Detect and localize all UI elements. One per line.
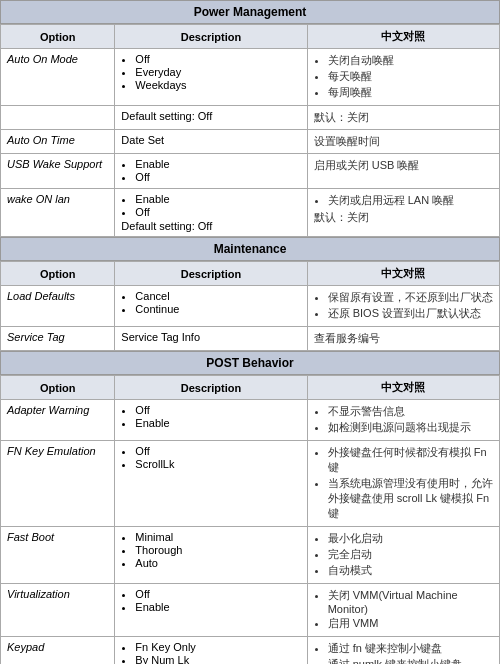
col-header-1-2: 中文对照 <box>307 262 499 286</box>
col-header-2-2: 中文对照 <box>307 376 499 400</box>
description-cell: CancelContinue <box>115 286 307 327</box>
chinese-cell: 关闭自动唤醒每天唤醒每周唤醒 <box>307 49 499 106</box>
list-item: Enable <box>135 158 300 170</box>
chinese-cell: 不显示警告信息如检测到电源问题将出现提示 <box>307 400 499 441</box>
chinese-cell: 关闭 VMM(Virtual Machine Monitor)启用 VMM <box>307 584 499 637</box>
list-item: Thorough <box>135 544 300 556</box>
option-cell: Service Tag <box>1 327 115 351</box>
list-item: 完全启动 <box>328 547 493 562</box>
col-header-1-1: Description <box>115 262 307 286</box>
description-cell: OffEnable <box>115 584 307 637</box>
description-cell: OffEverydayWeekdays <box>115 49 307 106</box>
list-item: Off <box>135 445 300 457</box>
section-header-2: POST Behavior <box>0 351 500 375</box>
list-item: 自动模式 <box>328 563 493 578</box>
table-row: KeypadFn Key OnlyBy Num Lk通过 fn 键来控制小键盘通… <box>1 637 500 665</box>
list-item: 通过 fn 键来控制小键盘 <box>328 641 493 656</box>
list-item: 保留原有设置，不还原到出厂状态 <box>328 290 493 305</box>
table-2: OptionDescription中文对照Adapter WarningOffE… <box>0 375 500 664</box>
list-item: Cancel <box>135 290 300 302</box>
list-item: Enable <box>135 417 300 429</box>
description-cell: MinimalThoroughAuto <box>115 527 307 584</box>
chinese-cell: 保留原有设置，不还原到出厂状态还原 BIOS 设置到出厂默认状态 <box>307 286 499 327</box>
chinese-cell: 查看服务编号 <box>307 327 499 351</box>
col-header-2-1: Description <box>115 376 307 400</box>
list-item: 外接键盘任何时候都没有模拟 Fn 键 <box>328 445 493 475</box>
description-cell: EnableOffDefault setting: Off <box>115 189 307 237</box>
option-cell: wake ON lan <box>1 189 115 237</box>
col-header-0-2: 中文对照 <box>307 25 499 49</box>
description-cell: Default setting: Off <box>115 106 307 130</box>
description-cell: EnableOff <box>115 154 307 189</box>
list-item: 关闭 VMM(Virtual Machine Monitor) <box>328 588 493 615</box>
option-cell: Auto On Mode <box>1 49 115 106</box>
option-cell: Auto On Time <box>1 130 115 154</box>
col-header-2-0: Option <box>1 376 115 400</box>
list-item: 当系统电源管理没有使用时，允许外接键盘使用 scroll Lk 键模拟 Fn 键 <box>328 476 493 521</box>
description-cell: OffEnable <box>115 400 307 441</box>
description-cell: Service Tag Info <box>115 327 307 351</box>
col-header-1-0: Option <box>1 262 115 286</box>
option-cell: Load Defaults <box>1 286 115 327</box>
list-item: 通过 numlk 键来控制小键盘 <box>328 657 493 664</box>
list-item: ScrollLk <box>135 458 300 470</box>
list-item: Off <box>135 53 300 65</box>
section-header-0: Power Management <box>0 0 500 24</box>
section-header-1: Maintenance <box>0 237 500 261</box>
list-item: Off <box>135 171 300 183</box>
list-item: 还原 BIOS 设置到出厂默认状态 <box>328 306 493 321</box>
table-row: Service TagService Tag Info查看服务编号 <box>1 327 500 351</box>
list-item: Enable <box>135 193 300 205</box>
table-row: wake ON lanEnableOffDefault setting: Off… <box>1 189 500 237</box>
list-item: 启用 VMM <box>328 616 493 631</box>
table-0: OptionDescription中文对照Auto On ModeOffEver… <box>0 24 500 237</box>
table-row: Default setting: Off默认：关闭 <box>1 106 500 130</box>
list-item: 每天唤醒 <box>328 69 493 84</box>
chinese-cell: 启用或关闭 USB 唤醒 <box>307 154 499 189</box>
list-item: 关闭或启用远程 LAN 唤醒 <box>328 193 493 208</box>
list-item: Enable <box>135 601 300 613</box>
table-row: Load DefaultsCancelContinue保留原有设置，不还原到出厂… <box>1 286 500 327</box>
list-item: 每周唤醒 <box>328 85 493 100</box>
list-item: 关闭自动唤醒 <box>328 53 493 68</box>
chinese-cell: 默认：关闭 <box>307 106 499 130</box>
table-1: OptionDescription中文对照Load DefaultsCancel… <box>0 261 500 351</box>
option-cell: FN Key Emulation <box>1 441 115 527</box>
table-row: Adapter WarningOffEnable不显示警告信息如检测到电源问题将… <box>1 400 500 441</box>
col-header-0-1: Description <box>115 25 307 49</box>
app-container: Power ManagementOptionDescription中文对照Aut… <box>0 0 500 664</box>
list-item: 如检测到电源问题将出现提示 <box>328 420 493 435</box>
option-cell: Keypad <box>1 637 115 665</box>
option-cell <box>1 106 115 130</box>
list-item: Continue <box>135 303 300 315</box>
list-item: By Num Lk <box>135 654 300 664</box>
chinese-cell: 外接键盘任何时候都没有模拟 Fn 键当系统电源管理没有使用时，允许外接键盘使用 … <box>307 441 499 527</box>
table-row: USB Wake SupportEnableOff启用或关闭 USB 唤醒 <box>1 154 500 189</box>
list-item: 不显示警告信息 <box>328 404 493 419</box>
description-cell: Date Set <box>115 130 307 154</box>
chinese-cell: 最小化启动完全启动自动模式 <box>307 527 499 584</box>
option-cell: USB Wake Support <box>1 154 115 189</box>
table-row: VirtualizationOffEnable关闭 VMM(Virtual Ma… <box>1 584 500 637</box>
description-cell: Fn Key OnlyBy Num Lk <box>115 637 307 665</box>
table-row: FN Key EmulationOffScrollLk外接键盘任何时候都没有模拟… <box>1 441 500 527</box>
chinese-cell: 关闭或启用远程 LAN 唤醒默认：关闭 <box>307 189 499 237</box>
option-cell: Virtualization <box>1 584 115 637</box>
list-item: Fn Key Only <box>135 641 300 653</box>
col-header-0-0: Option <box>1 25 115 49</box>
chinese-cell: 通过 fn 键来控制小键盘通过 numlk 键来控制小键盘 <box>307 637 499 665</box>
table-row: Auto On TimeDate Set设置唤醒时间 <box>1 130 500 154</box>
list-item: Off <box>135 588 300 600</box>
list-item: Minimal <box>135 531 300 543</box>
list-item: Off <box>135 404 300 416</box>
chinese-cell: 设置唤醒时间 <box>307 130 499 154</box>
list-item: Off <box>135 206 300 218</box>
table-row: Fast BootMinimalThoroughAuto最小化启动完全启动自动模… <box>1 527 500 584</box>
list-item: 最小化启动 <box>328 531 493 546</box>
list-item: Auto <box>135 557 300 569</box>
list-item: Weekdays <box>135 79 300 91</box>
list-item: Everyday <box>135 66 300 78</box>
option-cell: Adapter Warning <box>1 400 115 441</box>
option-cell: Fast Boot <box>1 527 115 584</box>
description-cell: OffScrollLk <box>115 441 307 527</box>
